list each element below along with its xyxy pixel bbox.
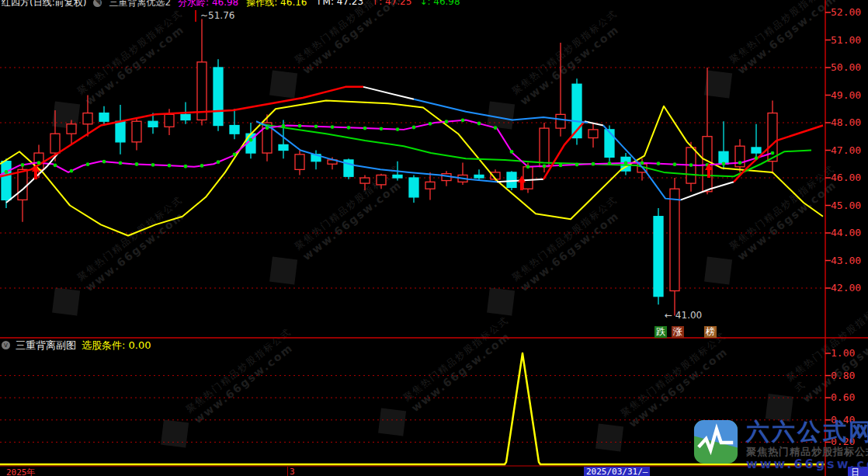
- site-logo: 六六公式网 聚焦热门精品炒股指标公式 www.66gsw.com: [693, 419, 868, 471]
- rank-button-跌[interactable]: 跌: [654, 326, 667, 338]
- candle-body: [165, 114, 174, 127]
- magenta-line-dot: [657, 162, 661, 165]
- indicator-value: 分水岭: 46.98: [178, 0, 238, 9]
- magenta-line-dot: [624, 161, 628, 165]
- rank-button-榜[interactable]: 榜: [704, 326, 717, 338]
- indicator-value: ↑M: 47.23: [314, 0, 363, 9]
- axis-label: 43.00: [831, 255, 861, 266]
- candle-body: [230, 126, 239, 134]
- site-logo-url: www.66gsw.com: [746, 458, 868, 471]
- magenta-line-dot: [37, 161, 41, 165]
- time-axis-month: 3: [290, 467, 295, 476]
- site-logo-icon: [693, 419, 738, 464]
- magenta-line-dot: [689, 163, 693, 167]
- collapse-sub-panel-icon[interactable]: v: [2, 341, 10, 349]
- magenta-line-dot: [559, 164, 563, 168]
- axis-label: 1.00: [831, 347, 855, 359]
- red-end: [734, 126, 823, 182]
- magenta-line-dot: [5, 170, 9, 174]
- sub-indicator-value: 选股条件: 0.00: [82, 339, 151, 353]
- candle-body: [393, 175, 402, 178]
- candle-body: [556, 114, 565, 128]
- site-logo-subtitle: 聚焦热门精品炒股指标公式: [746, 446, 868, 457]
- candle-body: [654, 217, 663, 297]
- candle-body: [540, 128, 549, 167]
- magenta-line-dot: [608, 162, 612, 165]
- candle-body: [67, 124, 76, 134]
- magenta-line-dot: [54, 163, 57, 167]
- magenta-line-dot: [380, 127, 384, 130]
- candle-body: [279, 144, 288, 150]
- stock-title: 红四方(日线:前复权): [2, 0, 86, 9]
- magenta-line-dot: [510, 150, 514, 154]
- candle-body: [589, 130, 598, 138]
- candle-body: [360, 178, 370, 183]
- indicator-value: ↑: 47.25: [371, 0, 411, 9]
- month-divider: [287, 467, 288, 476]
- magenta-line-dot: [266, 126, 269, 130]
- axis-label: 46.00: [831, 172, 861, 183]
- indicator-toggle-icon[interactable]: ◥: [93, 0, 102, 7]
- candle-body: [523, 167, 533, 189]
- magenta-line-dot: [314, 124, 318, 128]
- candle-body: [670, 189, 679, 290]
- candle-body: [507, 172, 516, 188]
- axis-label: 50.00: [831, 61, 861, 73]
- axis-label: 49.00: [831, 89, 861, 101]
- magenta-line-dot: [298, 124, 302, 128]
- magenta-line-dot: [363, 127, 367, 130]
- candle-body: [2, 162, 11, 200]
- main-chart-canvas[interactable]: [0, 0, 868, 476]
- axis-label: 45.00: [831, 200, 861, 211]
- candle-body: [214, 68, 223, 126]
- rank-button-涨[interactable]: 涨: [672, 326, 684, 338]
- magenta-line-dot: [119, 162, 123, 165]
- magenta-line-dot: [184, 165, 188, 169]
- site-logo-title: 六六公式网: [746, 419, 868, 444]
- magenta-line-dot: [494, 126, 498, 130]
- indicator-title-bar: 红四方(日线:前复权) ◥ 三重背离优选2 分水岭: 46.98操作线: 46.…: [2, 0, 460, 9]
- magenta-line-dot: [21, 163, 25, 167]
- magenta-line-dot: [331, 125, 335, 129]
- candle-body: [752, 148, 761, 153]
- candle-body: [99, 113, 109, 122]
- indicator-value: 操作线: 46.16: [246, 0, 307, 9]
- candle-body: [116, 121, 125, 142]
- indicator-values: 分水岭: 46.98操作线: 46.16↑M: 47.23↑: 47.25↓: …: [178, 0, 460, 9]
- sub-indicator-name[interactable]: 三重背离副图: [16, 339, 76, 353]
- magenta-line-dot: [347, 126, 351, 130]
- candle-body: [409, 178, 418, 197]
- magenta-line-dot: [70, 169, 74, 173]
- rank-quick-buttons: 跌涨榜: [654, 326, 721, 338]
- selected-date-badge[interactable]: 2025/03/31/—: [584, 467, 650, 476]
- magenta-line-dot: [722, 162, 726, 166]
- magenta-line-dot: [771, 151, 775, 155]
- indicator-name[interactable]: 三重背离优选2: [109, 0, 171, 9]
- magenta-line-dot: [429, 122, 432, 126]
- candle-body: [148, 121, 158, 127]
- magenta-line-dot: [168, 164, 172, 168]
- candle-body: [295, 155, 304, 170]
- magenta-line-dot: [673, 162, 677, 166]
- magenta-line-dot: [738, 161, 742, 165]
- candle-body: [377, 175, 386, 184]
- magenta-line-dot: [282, 124, 286, 128]
- magenta-line-dot: [592, 162, 595, 166]
- magenta-line-dot: [575, 163, 579, 167]
- magenta-line-dot: [217, 160, 220, 164]
- magenta-line-dot: [200, 164, 204, 168]
- magenta-line-dot: [461, 118, 465, 122]
- sub-indicator-header: v 三重背离副图 选股条件: 0.00: [2, 339, 151, 351]
- axis-label: 42.00: [831, 282, 861, 294]
- magenta-line-dot: [135, 162, 139, 166]
- candle-body: [18, 169, 27, 200]
- candle-body: [474, 175, 484, 178]
- axis-label: 0.60: [831, 391, 855, 403]
- axis-label: 44.00: [831, 227, 861, 238]
- magenta-line-dot: [396, 127, 400, 131]
- time-axis-year: 2025年: [6, 467, 36, 476]
- magenta-line-dot: [641, 161, 644, 165]
- magenta-line-dot: [477, 122, 481, 126]
- axis-label: 0.80: [831, 370, 855, 381]
- candle-body: [425, 182, 435, 189]
